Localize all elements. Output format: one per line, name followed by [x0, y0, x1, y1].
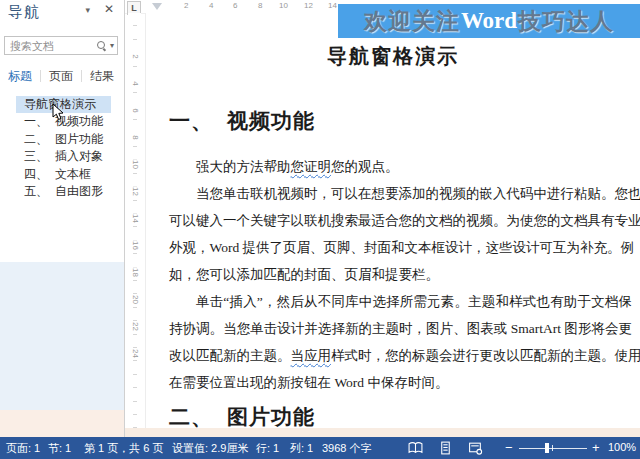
status-line[interactable]: 行: 1	[256, 441, 279, 456]
ruler-number: 8	[258, 1, 262, 10]
heading-text: 图片功能	[227, 405, 315, 429]
banner-text-word: Word	[461, 8, 517, 34]
spellcheck-underlined-text: 您证明	[291, 159, 332, 174]
document-title: 导航窗格演示	[146, 43, 640, 70]
status-page-of[interactable]: 第 1 页，共 6 页	[84, 441, 163, 456]
heading-number: 一、	[169, 109, 213, 133]
nav-item-label: 文本框	[55, 167, 91, 181]
heading-1: 一、视频功能	[169, 103, 640, 139]
tab-results[interactable]: 结果	[82, 68, 122, 85]
navigation-pane: 导航 ▾ ✕ ▾ 标题 页面 结果 导航窗格演示 一、视频功能 二、图片功能 三…	[0, 0, 125, 437]
ruler-number: 16	[131, 241, 140, 251]
ruler-number: 10	[279, 1, 288, 10]
vertical-ruler: 2 4 6 8 10 12 14 16 18 20 22 24	[128, 13, 141, 437]
ruler-number: 2	[184, 1, 188, 10]
spellcheck-underlined-text: 当应用	[291, 348, 332, 363]
paragraph-line: 持协调。当您单击设计并选择新的主题时，图片、图表或 SmartArt 图形将会更	[169, 315, 632, 342]
text-run: 样式时，您的标题会进行更改以匹配新的主题。使用	[331, 348, 640, 363]
paragraph-line: 改以匹配新的主题。当应用样式时，您的标题会进行更改以匹配新的主题。使用	[169, 342, 632, 369]
ruler-number: 18	[131, 268, 140, 278]
document-body: 强大的方法帮助您证明您的观点。 当您单击联机视频时，可以在想要添加的视频的嵌入代…	[169, 153, 632, 396]
nav-item-picture[interactable]: 二、图片功能	[0, 131, 124, 149]
banner-text: 欢迎关注	[364, 6, 460, 37]
nav-item-freeform[interactable]: 五、自由图形	[0, 183, 124, 201]
nav-item-label: 图片功能	[55, 132, 103, 146]
nav-item-textbox[interactable]: 四、文本框	[0, 166, 124, 184]
banner-text: 技巧达人	[518, 6, 614, 37]
nav-item-insert-object[interactable]: 三、插入对象	[0, 148, 124, 166]
nav-pane-options-icon[interactable]: ▾	[85, 5, 90, 15]
ruler-number: 14	[328, 1, 337, 10]
nav-pane-title: 导航	[8, 3, 40, 20]
status-setting[interactable]: 设置值: 2.9厘米	[172, 441, 248, 456]
status-bar: 页面: 1 节: 1 第 1 页，共 6 页 设置值: 2.9厘米 行: 1 列…	[0, 437, 640, 459]
zoom-out-button[interactable]: −	[505, 440, 513, 455]
ruler-number: 8	[131, 133, 140, 143]
text-run: 您的观点。	[331, 159, 399, 174]
paragraph-line: 当您单击联机视频时，可以在想要添加的视频的嵌入代码中进行粘贴。您也	[169, 180, 632, 207]
heading-number: 二、	[169, 405, 213, 429]
paragraph-line: 如，您可以添加匹配的封面、页眉和提要栏。	[169, 261, 632, 288]
heading-text: 视频功能	[227, 109, 315, 133]
zoom-level[interactable]: 100%	[608, 441, 636, 453]
search-dropdown-icon[interactable]: ▾	[110, 41, 114, 50]
nav-tabs: 标题 页面 结果	[0, 66, 124, 86]
status-section[interactable]: 节: 1	[48, 441, 71, 456]
ruler-number: 12	[131, 187, 140, 197]
ruler-number: 10	[131, 160, 140, 170]
ruler-number: 6	[131, 106, 140, 116]
text-run: 强大的方法帮助	[196, 159, 291, 174]
doc-artifact-peach	[125, 428, 640, 437]
ruler-number: 24	[131, 349, 140, 359]
nav-pane-close-icon[interactable]: ✕	[104, 2, 114, 16]
paragraph-line: 单击“插入”，然后从不同库中选择所需元素。主题和样式也有助于文档保	[169, 288, 632, 315]
nav-item-number: 二、	[24, 132, 48, 146]
status-page[interactable]: 页面: 1	[6, 441, 40, 456]
paragraph-line: 外观，Word 提供了页眉、页脚、封面和文本框设计，这些设计可互为补充。例	[169, 234, 632, 261]
ruler-number: 4	[131, 79, 140, 89]
search-icon[interactable]	[96, 40, 107, 51]
nav-artifact-peach	[0, 410, 124, 437]
ruler-number: 20	[131, 295, 140, 305]
ruler-number: 14	[131, 214, 140, 224]
status-column[interactable]: 列: 1	[290, 441, 313, 456]
nav-item-number: 三、	[24, 149, 48, 163]
zoom-slider-notch	[552, 445, 553, 451]
paragraph-line: 可以键入一个关键字以联机搜索最适合您的文档的视频。为使您的文档具有专业	[169, 207, 632, 234]
heading-2-partial: 二、图片功能	[169, 403, 640, 431]
paragraph-line: 在需要位置出现的新按钮在 Word 中保存时间。	[169, 369, 632, 396]
status-word-count[interactable]: 3968 个字	[322, 441, 372, 456]
ruler-number: 12	[304, 1, 313, 10]
nav-item-number: 一、	[24, 114, 48, 128]
nav-item-number: 五、	[24, 184, 48, 198]
ruler-number: 2	[131, 52, 140, 62]
ruler-number: 22	[131, 322, 140, 332]
watermark-banner: 欢迎关注Word技巧达人	[338, 4, 640, 38]
nav-item-label: 自由图形	[55, 184, 103, 198]
zoom-in-button[interactable]: +	[592, 440, 600, 455]
tab-pages[interactable]: 页面	[41, 68, 81, 85]
print-layout-icon[interactable]	[438, 441, 453, 455]
first-line-indent-marker[interactable]	[152, 3, 162, 10]
nav-item-number: 四、	[24, 167, 48, 181]
zoom-slider-thumb[interactable]	[545, 443, 549, 453]
ruler-number: 6	[233, 1, 237, 10]
word-window: 导航 ▾ ✕ ▾ 标题 页面 结果 导航窗格演示 一、视频功能 二、图片功能 三…	[0, 0, 640, 459]
ruler-number: 4	[209, 1, 213, 10]
search-box[interactable]: ▾	[4, 36, 118, 55]
read-mode-icon[interactable]	[408, 441, 423, 455]
tab-headings[interactable]: 标题	[0, 68, 40, 85]
web-layout-icon[interactable]	[468, 441, 483, 455]
nav-pane-header: 导航	[8, 3, 118, 23]
nav-item-label: 插入对象	[55, 149, 103, 163]
mouse-cursor	[52, 103, 65, 126]
document-page[interactable]: 导航窗格演示 一、视频功能 强大的方法帮助您证明您的观点。 当您单击联机视频时，…	[145, 13, 640, 437]
nav-artifact-blue	[0, 262, 124, 410]
text-run: 改以匹配新的主题。	[169, 348, 291, 363]
zoom-slider-track[interactable]	[519, 448, 587, 449]
paragraph-line: 强大的方法帮助您证明您的观点。	[169, 153, 632, 180]
search-input[interactable]	[5, 40, 96, 52]
